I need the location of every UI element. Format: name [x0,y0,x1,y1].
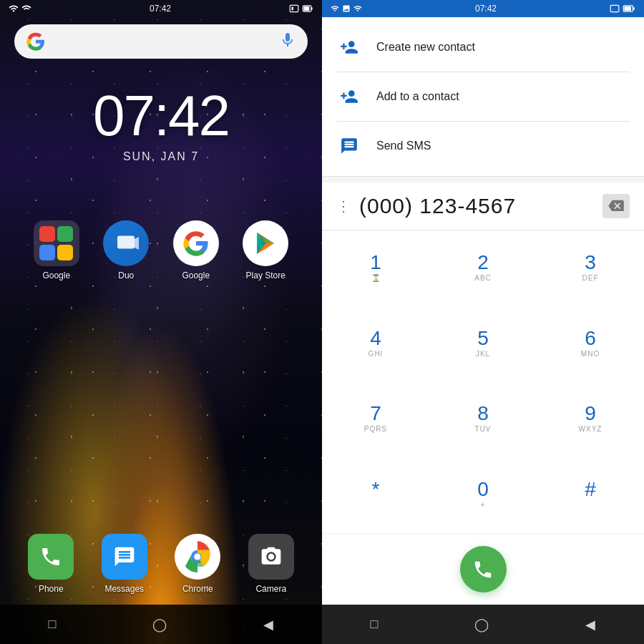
key-letters-6: MNO [581,350,600,360]
key-0[interactable]: 0+ [429,457,537,533]
key-num-3: 3 [585,253,596,273]
app-label-google2: Google [182,270,210,280]
sim-icon [289,4,299,13]
send-sms-item[interactable]: Send SMS [322,122,644,170]
key-num-5: 5 [477,328,489,348]
svg-point-10 [195,553,201,560]
key-3[interactable]: 3DEF [537,230,644,306]
camera-svg [260,545,283,568]
playstore-svg [253,230,278,256]
backspace-svg [608,198,624,211]
contact-menu: Create new contact Add to a contact Send… [322,17,644,177]
key-5[interactable]: 5JKL [429,306,537,382]
wifi-icon-1 [9,4,19,14]
homescreen: 07:42 07:42 SUN, JAN 7 [0,0,322,644]
google-folder-icon [34,220,79,266]
dock-chrome-label: Chrome [182,584,213,594]
key-letters-0: + [481,501,486,511]
right-status-icons [289,4,313,13]
time-right: 07:42 [475,4,497,14]
message-svg [340,137,358,155]
google-svg [183,230,209,256]
call-area [322,533,644,605]
mic-svg [279,31,296,49]
add-to-contact-item[interactable]: Add to a contact [322,72,644,121]
key-letters-8: TUV [475,425,492,435]
create-contact-icon [336,34,362,60]
key-letters-9: WXYZ [579,425,602,435]
backspace-button[interactable] [602,194,630,218]
svg-rect-14 [624,6,631,11]
nav-bar-left: □ ◯ ◀ [0,605,322,644]
nav-circle-right[interactable]: ◯ [474,617,489,633]
call-button[interactable] [460,546,507,592]
app-label-playstore: Play Store [246,270,286,280]
nav-circle-left[interactable]: ◯ [152,617,167,633]
dock-messages-label: Messages [104,584,144,594]
playstore-icon [243,220,288,266]
dock-phone-label: Phone [39,584,64,594]
clock-time: 07:42 [0,87,322,145]
nav-square-left[interactable]: □ [49,617,57,632]
key-7[interactable]: 7PQRS [322,382,429,458]
key-num-1: 1 [370,253,381,273]
svg-rect-1 [292,7,293,11]
google-search-bar[interactable] [14,24,308,59]
nav-bar-right: □ ◯ ◀ [322,605,644,644]
key-num-9: 9 [585,404,596,424]
nav-square-right[interactable]: □ [371,617,379,632]
folder-mini-other [57,245,73,260]
key-letters-7: PQRS [364,425,387,435]
battery-icon-left [302,4,313,13]
time-left: 07:42 [150,4,171,14]
app-playstore[interactable]: Play Store [243,220,288,280]
chrome-svg [182,541,213,572]
messages-dock-icon [102,534,147,580]
dialer-panel: 07:42 Create new contact Add to a contac… [322,0,644,644]
status-bar-left: 07:42 [0,0,322,17]
key-num-8: 8 [477,404,489,424]
google-icon [173,220,219,266]
key-num-2: 2 [477,253,489,273]
add-contact-label: Add to a contact [376,90,459,103]
more-options-icon[interactable]: ⋮ [336,197,351,215]
key-num-*: * [372,479,380,499]
dock-camera[interactable]: Camera [248,534,294,594]
phone-dock-icon [28,534,74,580]
clock-widget: 07:42 SUN, JAN 7 [0,87,322,163]
app-duo[interactable]: Duo [103,220,149,280]
person-add-svg-1 [340,38,358,57]
key-letters-2: ABC [474,274,492,284]
key-6[interactable]: 6MNO [537,306,644,382]
dock-phone[interactable]: Phone [28,534,74,594]
folder-mini-maps [57,226,73,242]
key-2[interactable]: 2ABC [429,230,537,306]
svg-rect-0 [290,5,298,11]
key-1[interactable]: 1⌛ [322,230,429,306]
key-num-#: # [585,479,596,499]
nav-back-right[interactable]: ◀ [585,617,595,633]
app-google[interactable]: Google [173,220,219,280]
mic-icon[interactable] [279,31,296,52]
key-9[interactable]: 9WXYZ [537,382,644,458]
signal-status-icon [610,4,620,13]
key-4[interactable]: 4GHI [322,306,429,382]
key-#[interactable]: # [537,457,644,533]
dock-messages[interactable]: Messages [102,534,147,594]
key-*[interactable]: * [322,457,429,533]
messages-svg [113,545,136,568]
chrome-dock-icon [175,534,220,580]
person-add-svg-2 [340,87,358,106]
app-google-folder[interactable]: Google [34,220,79,280]
status-icons-left [9,4,31,14]
nav-back-left[interactable]: ◀ [263,617,273,633]
key-8[interactable]: 8TUV [429,382,537,458]
camera-dock-icon [248,534,294,580]
dock-camera-label: Camera [255,584,286,594]
key-num-0: 0 [477,479,489,499]
svg-rect-5 [117,236,135,249]
clock-date: SUN, JAN 7 [0,150,322,163]
dock-chrome[interactable]: Chrome [175,534,220,594]
create-new-contact-item[interactable]: Create new contact [322,23,644,72]
sms-icon [336,133,362,159]
